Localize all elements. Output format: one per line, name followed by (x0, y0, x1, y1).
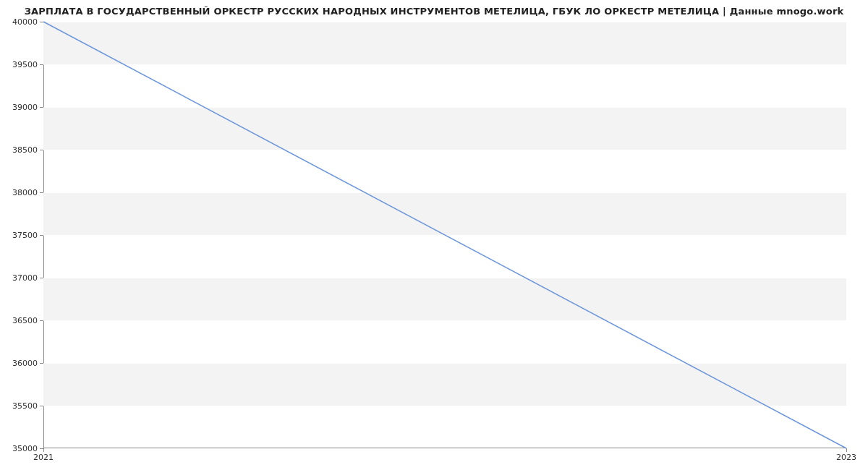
y-tick-label: 37500 (12, 231, 43, 240)
y-tick-label: 37000 (12, 273, 43, 283)
y-tick-label: 40000 (12, 17, 43, 27)
plot-inner: 3500035500360003650037000375003800038500… (43, 22, 846, 448)
chart-container: ЗАРПЛАТА В ГОСУДАРСТВЕННЫЙ ОРКЕСТР РУССК… (0, 0, 868, 470)
y-tick-label: 38000 (12, 188, 43, 197)
y-tick-label: 39000 (12, 103, 43, 112)
y-gridline (43, 448, 846, 449)
y-tick-label: 35500 (12, 401, 43, 411)
x-tick-label: 2023 (836, 448, 856, 462)
plot-area: 3500035500360003650037000375003800038500… (43, 22, 846, 448)
y-tick-label: 39500 (12, 60, 43, 69)
y-tick-label: 36000 (12, 359, 43, 368)
series-line (43, 22, 846, 448)
y-tick-label: 36500 (12, 316, 43, 325)
x-tick-label: 2021 (33, 448, 54, 462)
y-tick-label: 38500 (12, 145, 43, 155)
chart-title: ЗАРПЛАТА В ГОСУДАРСТВЕННЫЙ ОРКЕСТР РУССК… (0, 6, 868, 17)
line-layer (43, 22, 846, 448)
